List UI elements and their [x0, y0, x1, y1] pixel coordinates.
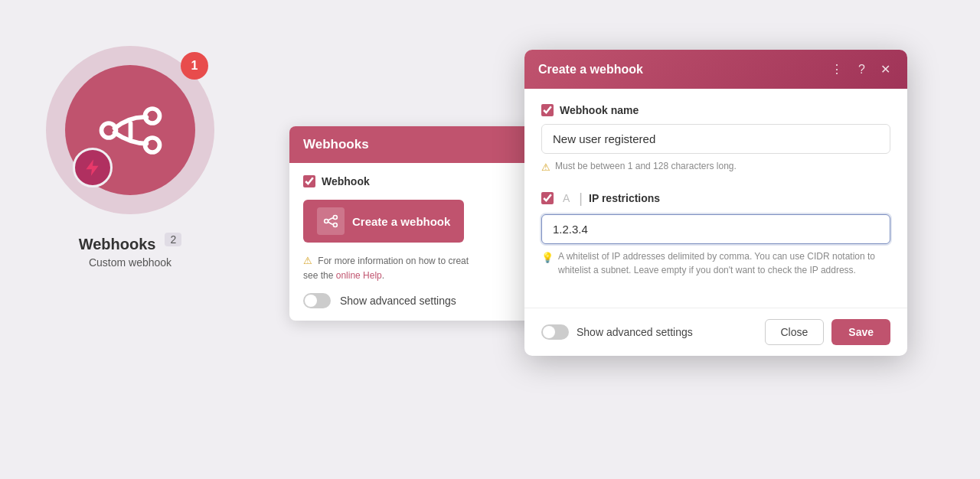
- webhook-name-hint: ⚠ Must be between 1 and 128 characters l…: [541, 159, 890, 175]
- dialog-footer: Show advanced settings Close Save: [524, 308, 907, 356]
- app-icon-area: 1 Webhooks 2 Custom webhook: [46, 46, 214, 269]
- ip-hint: 💡 A whitelist of IP addresses delimited …: [541, 249, 890, 277]
- online-help-link[interactable]: online Help: [336, 270, 382, 281]
- icon-circle-inner: [65, 65, 195, 195]
- svg-point-0: [101, 123, 116, 138]
- webhook-name-label: Webhook name: [560, 104, 639, 116]
- ip-pipe: |: [579, 191, 583, 207]
- dialog-body: Webhook name ⚠ Must be between 1 and 128…: [524, 89, 907, 308]
- dialog-advanced-label: Show advanced settings: [577, 326, 693, 338]
- advanced-toggle-row: Show advanced settings: [303, 293, 536, 308]
- svg-point-3: [325, 220, 328, 223]
- footer-right: Close Save: [765, 319, 891, 345]
- advanced-toggle-label: Show advanced settings: [340, 295, 456, 307]
- save-button[interactable]: Save: [831, 319, 890, 345]
- dialog-menu-button[interactable]: ⋮: [828, 60, 846, 78]
- dialog-header-actions: ⋮ ? ✕: [828, 60, 893, 78]
- create-webhook-button[interactable]: Create a webhook: [303, 200, 464, 243]
- webhook-btn-svg: [323, 213, 338, 229]
- warning-hint-icon: ⚠: [541, 160, 550, 175]
- advanced-toggle-switch[interactable]: [303, 293, 331, 308]
- dialog-title: Create a webhook: [538, 63, 643, 77]
- ip-input[interactable]: [541, 214, 890, 244]
- dialog-close-header-button[interactable]: ✕: [877, 60, 893, 78]
- icon-circle-outer: 1: [46, 46, 214, 214]
- webhooks-panel-body: Webhook Create a webhook ⚠ For more info…: [289, 163, 550, 321]
- ip-label: IP restrictions: [589, 192, 660, 204]
- lightning-icon: [83, 158, 103, 178]
- svg-point-5: [333, 223, 337, 227]
- webhooks-panel: Webhooks Webhook Create a webhook ⚠ For …: [289, 126, 550, 321]
- ip-restrictions-field-group: A | IP restrictions 💡 A whitelist of IP …: [541, 191, 890, 277]
- notification-badge: 1: [181, 52, 208, 80]
- webhook-name-input[interactable]: [541, 124, 890, 154]
- lightning-badge: [73, 148, 113, 187]
- webhook-checkbox[interactable]: [303, 175, 315, 187]
- webhook-section-label: Webhook: [322, 175, 370, 187]
- footer-left: Show advanced settings: [541, 324, 693, 340]
- warning-icon-inline: ⚠: [303, 255, 312, 266]
- close-button[interactable]: Close: [765, 319, 825, 345]
- webhook-name-field-group: Webhook name ⚠ Must be between 1 and 128…: [541, 104, 890, 175]
- webhook-name-checkbox[interactable]: [541, 104, 554, 116]
- app-count-badge: 2: [165, 233, 181, 246]
- app-subtitle: Custom webhook: [89, 256, 172, 269]
- webhook-row: Webhook: [303, 175, 536, 187]
- webhooks-panel-header: Webhooks: [289, 126, 550, 163]
- dialog-help-button[interactable]: ?: [855, 61, 868, 78]
- help-text: ⚠ For more information on how to creat s…: [303, 253, 536, 282]
- create-webhook-dialog: Create a webhook ⋮ ? ✕ Webhook name ⚠ Mu…: [524, 50, 907, 356]
- app-title: Webhooks: [79, 236, 156, 253]
- create-webhook-btn-icon: [317, 207, 345, 235]
- webhook-name-label-row: Webhook name: [541, 104, 890, 116]
- svg-point-4: [333, 216, 337, 220]
- ip-checkbox[interactable]: [541, 192, 554, 204]
- info-hint-icon: 💡: [541, 250, 554, 266]
- dialog-header: Create a webhook ⋮ ? ✕: [524, 50, 907, 89]
- ip-label-row: A | IP restrictions: [541, 191, 890, 207]
- dialog-advanced-toggle[interactable]: [541, 324, 569, 340]
- ip-separator: A: [563, 192, 570, 204]
